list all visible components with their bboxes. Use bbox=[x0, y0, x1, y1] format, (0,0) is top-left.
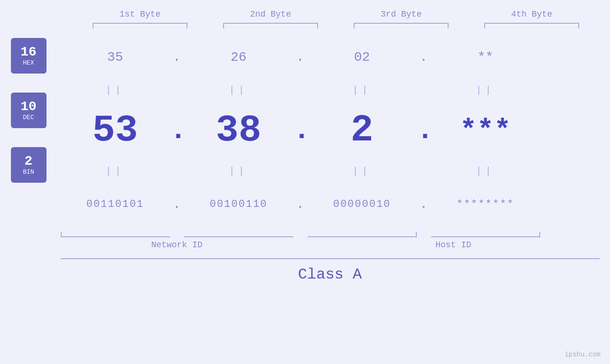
dec-label: 10 DEC bbox=[11, 93, 47, 128]
hex-dot-3: . bbox=[417, 50, 431, 65]
hex-cell-3: 02 bbox=[308, 50, 417, 65]
watermark: ipshu.com bbox=[564, 351, 601, 358]
id-labels-row: Network ID Host ID bbox=[61, 240, 600, 250]
hex-label: 16 HEX bbox=[11, 38, 47, 74]
network-bracket-left bbox=[61, 232, 170, 237]
bracket-1 bbox=[93, 23, 188, 28]
host-bracket-start bbox=[308, 232, 417, 237]
bottom-brackets-container: Network ID Host ID bbox=[61, 232, 600, 250]
bin-dot-3: . bbox=[417, 197, 431, 212]
bin-cell-4: ******** bbox=[431, 198, 540, 210]
bin-cell-1: 00110101 bbox=[61, 198, 170, 210]
bracket-2 bbox=[223, 23, 318, 28]
eq1-3: || bbox=[308, 85, 417, 96]
bin-row: 00110101 . 00100110 . 00000010 . *******… bbox=[61, 180, 600, 228]
byte-header-1: 1st Byte bbox=[83, 9, 197, 19]
bracket-3 bbox=[354, 23, 449, 28]
byte-headers-row: 1st Byte 2nd Byte 3rd Byte 4th Byte bbox=[75, 9, 597, 19]
eq2-2: || bbox=[184, 166, 293, 177]
eq1-2: || bbox=[184, 85, 293, 96]
dec-dot-2: . bbox=[293, 114, 308, 147]
top-bracket-row bbox=[75, 23, 597, 28]
eq2-1: || bbox=[61, 166, 170, 177]
hex-row: 35 . 26 . 02 . ** bbox=[61, 33, 600, 81]
base-labels-col: 16 HEX 10 DEC 2 BIN bbox=[11, 38, 47, 183]
byte-header-3: 3rd Byte bbox=[344, 9, 458, 19]
bottom-bracket-lines bbox=[61, 232, 600, 237]
byte-header-2: 2nd Byte bbox=[214, 9, 328, 19]
bracket-4 bbox=[484, 23, 579, 28]
host-id-label: Host ID bbox=[308, 240, 600, 250]
hex-cell-4: ** bbox=[431, 50, 540, 65]
hex-dot-2: . bbox=[293, 50, 308, 65]
class-label: Class A bbox=[298, 266, 362, 283]
bin-dot-1: . bbox=[170, 197, 184, 212]
id-spacer bbox=[293, 240, 308, 250]
dec-cell-1: 53 bbox=[61, 112, 170, 149]
byte-header-4: 4th Byte bbox=[475, 9, 589, 19]
bin-cell-2: 00100110 bbox=[184, 198, 293, 210]
eq2-4: || bbox=[431, 166, 540, 177]
rows-container: 35 . 26 . 02 . ** || || bbox=[61, 33, 600, 283]
dec-cell-3: 2 bbox=[308, 112, 417, 149]
hex-dot-1: . bbox=[170, 50, 184, 65]
host-bracket-end bbox=[431, 232, 540, 237]
main-container: 1st Byte 2nd Byte 3rd Byte 4th Byte 16 H… bbox=[0, 0, 610, 364]
dec-cell-4: *** bbox=[431, 116, 540, 145]
network-bracket-right bbox=[184, 232, 293, 237]
hex-cell-1: 35 bbox=[61, 50, 170, 65]
eq1-4: || bbox=[431, 85, 540, 96]
bin-label: 2 BIN bbox=[11, 147, 47, 183]
eq1-1: || bbox=[61, 85, 170, 96]
dec-row: 53 . 38 . 2 . *** bbox=[61, 100, 600, 161]
bin-cell-3: 00000010 bbox=[308, 198, 417, 210]
equals-row-1: || || || || bbox=[61, 81, 600, 100]
dec-dot-1: . bbox=[170, 114, 184, 147]
network-id-label: Network ID bbox=[61, 240, 293, 250]
dec-dot-3: . bbox=[417, 114, 431, 147]
equals-row-2: || || || || bbox=[61, 161, 600, 180]
bin-dot-2: . bbox=[293, 197, 308, 212]
eq2-3: || bbox=[308, 166, 417, 177]
dec-cell-2: 38 bbox=[184, 112, 293, 149]
class-row: Class A bbox=[61, 258, 600, 283]
hex-cell-2: 26 bbox=[184, 50, 293, 65]
